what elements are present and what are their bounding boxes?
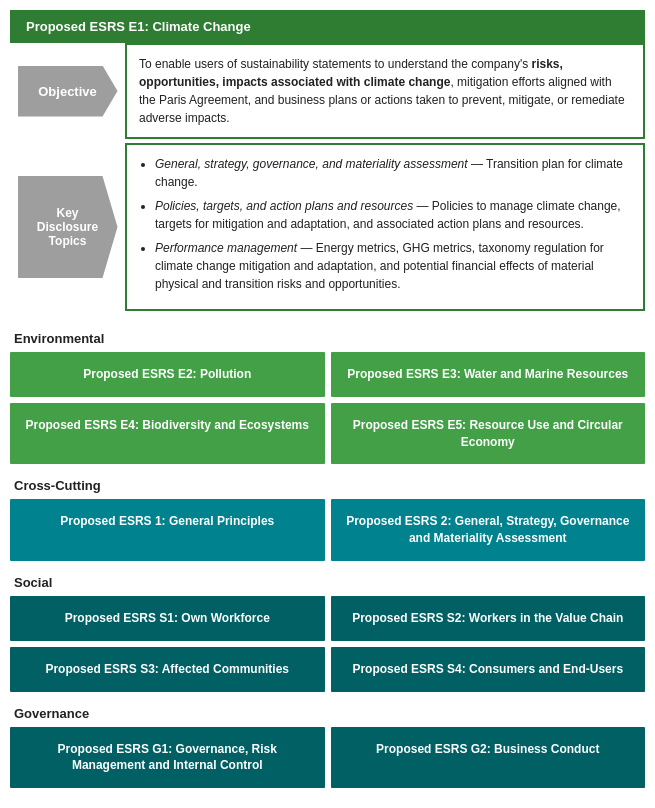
esrs-e4-card: Proposed ESRS E4: Biodiversity and Ecosy… — [10, 403, 325, 465]
esrs-e1-header: Proposed ESRS E1: Climate Change — [10, 10, 645, 43]
governance-section: Governance Proposed ESRS G1: Governance,… — [10, 706, 645, 789]
item3-bold: Performance management — [155, 241, 297, 255]
esrs-s2-card: Proposed ESRS S2: Workers in the Value C… — [331, 596, 646, 641]
list-item: General, strategy, governance, and mater… — [155, 155, 631, 191]
environmental-grid: Proposed ESRS E2: Pollution Proposed ESR… — [10, 352, 645, 464]
cross-cutting-title: Cross-Cutting — [14, 478, 645, 493]
esrs-1-card: Proposed ESRS 1: General Principles — [10, 499, 325, 561]
objective-content: To enable users of sustainability statem… — [125, 43, 645, 139]
list-item: Policies, targets, and action plans and … — [155, 197, 631, 233]
disclosure-content: General, strategy, governance, and mater… — [125, 143, 645, 311]
governance-title: Governance — [14, 706, 645, 721]
esrs-g1-card: Proposed ESRS G1: Governance, Risk Manag… — [10, 727, 325, 789]
esrs-e3-card: Proposed ESRS E3: Water and Marine Resou… — [331, 352, 646, 397]
climate-change-section: Proposed ESRS E1: Climate Change Objecti… — [10, 10, 645, 311]
objective-label-container: Objective — [10, 43, 125, 139]
objective-chevron: Objective — [18, 66, 118, 117]
social-section: Social Proposed ESRS S1: Own Workforce P… — [10, 575, 645, 692]
item2-bold: Policies, targets, and action plans and … — [155, 199, 413, 213]
disclosure-row: Key Disclosure Topics General, strategy,… — [10, 143, 645, 311]
disclosure-label-container: Key Disclosure Topics — [10, 143, 125, 311]
esrs-g2-card: Proposed ESRS G2: Business Conduct — [331, 727, 646, 789]
esrs-s1-card: Proposed ESRS S1: Own Workforce — [10, 596, 325, 641]
objective-text-prefix: To enable users of sustainability statem… — [139, 57, 532, 71]
social-title: Social — [14, 575, 645, 590]
disclosure-list: General, strategy, governance, and mater… — [139, 155, 631, 293]
cross-cutting-section: Cross-Cutting Proposed ESRS 1: General P… — [10, 478, 645, 561]
governance-grid: Proposed ESRS G1: Governance, Risk Manag… — [10, 727, 645, 789]
item1-bold: General, strategy, governance, and mater… — [155, 157, 468, 171]
cross-cutting-grid: Proposed ESRS 1: General Principles Prop… — [10, 499, 645, 561]
esrs-2-card: Proposed ESRS 2: General, Strategy, Gove… — [331, 499, 646, 561]
esrs-s3-card: Proposed ESRS S3: Affected Communities — [10, 647, 325, 692]
esrs-s4-card: Proposed ESRS S4: Consumers and End-User… — [331, 647, 646, 692]
environmental-title: Environmental — [14, 331, 645, 346]
esrs-e5-card: Proposed ESRS E5: Resource Use and Circu… — [331, 403, 646, 465]
objective-row: Objective To enable users of sustainabil… — [10, 43, 645, 139]
disclosure-chevron: Key Disclosure Topics — [18, 176, 118, 278]
social-grid: Proposed ESRS S1: Own Workforce Proposed… — [10, 596, 645, 692]
list-item: Performance management — Energy metrics,… — [155, 239, 631, 293]
esrs-e2-card: Proposed ESRS E2: Pollution — [10, 352, 325, 397]
environmental-section: Environmental Proposed ESRS E2: Pollutio… — [10, 331, 645, 464]
